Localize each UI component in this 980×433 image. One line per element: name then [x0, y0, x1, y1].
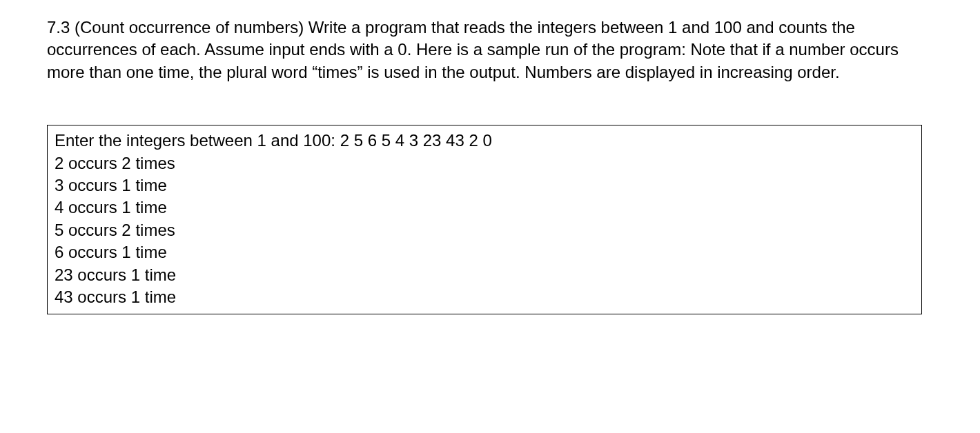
sample-line: 3 occurs 1 time [55, 174, 914, 197]
sample-line: 6 occurs 1 time [55, 241, 914, 263]
problem-statement: 7.3 (Count occurrence of numbers) Write … [47, 17, 933, 83]
document-page: 7.3 (Count occurrence of numbers) Write … [0, 0, 980, 331]
sample-line: 23 occurs 1 time [55, 264, 914, 286]
sample-line: Enter the integers between 1 and 100: 2 … [55, 130, 914, 152]
sample-run-box: Enter the integers between 1 and 100: 2 … [47, 125, 922, 314]
sample-line: 4 occurs 1 time [55, 197, 914, 219]
sample-line: 2 occurs 2 times [55, 152, 914, 174]
sample-line: 5 occurs 2 times [55, 219, 914, 241]
sample-line: 43 occurs 1 time [55, 286, 914, 308]
